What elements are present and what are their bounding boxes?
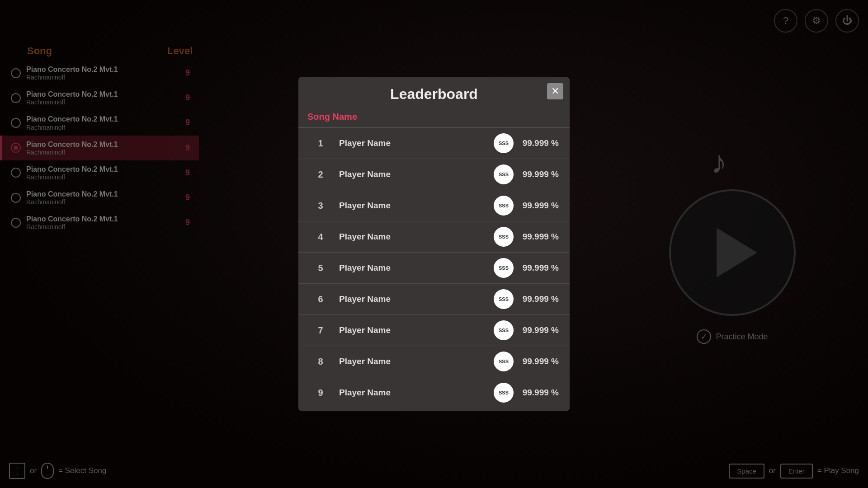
lb-rank-3: 4 xyxy=(309,232,332,242)
lb-player-2: Player Name xyxy=(339,201,486,211)
lb-row-4: 5 Player Name SSS 99.999 % xyxy=(298,253,570,284)
modal-title-bar: Leaderboard xyxy=(298,77,570,108)
lb-row-1: 2 Player Name SSS 99.999 % xyxy=(298,159,570,190)
lb-percent-1: 99.999 % xyxy=(518,169,559,179)
lb-percent-4: 99.999 % xyxy=(518,263,559,273)
leaderboard-modal: Leaderboard ✕ Song Name 1 Player Name SS… xyxy=(298,77,570,411)
modal-title: Leaderboard xyxy=(307,86,561,103)
modal-close-button[interactable]: ✕ xyxy=(547,83,563,99)
lb-rank-4: 5 xyxy=(309,263,332,273)
lb-score-group-4: SSS 99.999 % xyxy=(494,258,559,278)
lb-score-group-2: SSS 99.999 % xyxy=(494,196,559,216)
lb-player-4: Player Name xyxy=(339,263,486,273)
lb-percent-2: 99.999 % xyxy=(518,201,559,211)
lb-percent-7: 99.999 % xyxy=(518,357,559,366)
lb-player-8: Player Name xyxy=(339,388,486,398)
lb-percent-5: 99.999 % xyxy=(518,294,559,304)
leaderboard-table: 1 Player Name SSS 99.999 % 2 Player Name… xyxy=(298,128,570,404)
lb-rank-0: 1 xyxy=(309,138,332,149)
modal-bottom-gap xyxy=(298,404,570,411)
lb-player-1: Player Name xyxy=(339,169,486,179)
lb-row-3: 4 Player Name SSS 99.999 % xyxy=(298,221,570,253)
lb-row-7: 8 Player Name SSS 99.999 % xyxy=(298,346,570,377)
lb-rank-5: 6 xyxy=(309,294,332,305)
modal-overlay: Leaderboard ✕ Song Name 1 Player Name SS… xyxy=(0,0,868,488)
lb-player-6: Player Name xyxy=(339,325,486,335)
lb-percent-0: 99.999 % xyxy=(518,138,559,148)
lb-row-0: 1 Player Name SSS 99.999 % xyxy=(298,128,570,159)
lb-player-3: Player Name xyxy=(339,232,486,242)
lb-percent-3: 99.999 % xyxy=(518,232,559,242)
sss-badge-8: SSS xyxy=(494,383,514,403)
lb-score-group-8: SSS 99.999 % xyxy=(494,383,559,403)
lb-row-5: 6 Player Name SSS 99.999 % xyxy=(298,284,570,315)
sss-badge-3: SSS xyxy=(494,227,514,247)
lb-rank-2: 3 xyxy=(309,201,332,211)
sss-badge-1: SSS xyxy=(494,164,514,184)
lb-row-8: 9 Player Name SSS 99.999 % xyxy=(298,377,570,404)
sss-badge-5: SSS xyxy=(494,289,514,309)
lb-rank-6: 7 xyxy=(309,325,332,336)
sss-badge-4: SSS xyxy=(494,258,514,278)
modal-song-name: Song Name xyxy=(298,108,570,128)
lb-percent-6: 99.999 % xyxy=(518,325,559,335)
lb-score-group-5: SSS 99.999 % xyxy=(494,289,559,309)
lb-score-group-6: SSS 99.999 % xyxy=(494,320,559,340)
sss-badge-0: SSS xyxy=(494,133,514,153)
lb-score-group-7: SSS 99.999 % xyxy=(494,352,559,371)
lb-row-6: 7 Player Name SSS 99.999 % xyxy=(298,315,570,346)
lb-rank-8: 9 xyxy=(309,388,332,398)
sss-badge-2: SSS xyxy=(494,196,514,216)
sss-badge-6: SSS xyxy=(494,320,514,340)
lb-rank-7: 8 xyxy=(309,357,332,367)
lb-rank-1: 2 xyxy=(309,169,332,180)
lb-percent-8: 99.999 % xyxy=(518,388,559,398)
sss-badge-7: SSS xyxy=(494,352,514,371)
lb-player-5: Player Name xyxy=(339,294,486,304)
lb-row-2: 3 Player Name SSS 99.999 % xyxy=(298,190,570,221)
lb-score-group-3: SSS 99.999 % xyxy=(494,227,559,247)
lb-player-7: Player Name xyxy=(339,357,486,366)
lb-score-group-1: SSS 99.999 % xyxy=(494,164,559,184)
lb-player-0: Player Name xyxy=(339,138,486,148)
lb-score-group-0: SSS 99.999 % xyxy=(494,133,559,153)
